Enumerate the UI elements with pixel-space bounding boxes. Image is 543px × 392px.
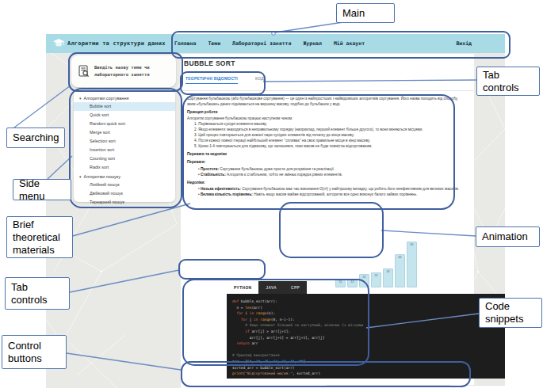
callout-code-snippets: Code snippets xyxy=(479,298,542,328)
code-token: (n): xyxy=(266,311,275,315)
brand-title: Алгоритми та структури даних xyxy=(67,40,166,47)
callout-searching: Searching xyxy=(6,127,65,148)
sidebar-item-insertion-sort[interactable]: Insertion sort xyxy=(74,146,175,154)
sidebar-item-counting-sort[interactable]: Counting sort xyxy=(74,154,175,163)
code-line: arr[j], arr[j+1] = arr[j+1], arr[j] xyxy=(232,335,505,341)
code-token: 64, 34, 25, 12, 22, 11, 90 xyxy=(247,360,303,363)
code-token: bubble_sort(arr): xyxy=(241,299,277,303)
nav-item-Головна[interactable]: Головна xyxy=(174,40,196,47)
theory-steps: 1. Порівнюються сусідні елементи масиву.… xyxy=(187,121,466,149)
sidebar-item-random-quick-sort[interactable]: Random quick sort xyxy=(74,120,175,128)
callout-control-buttons: Control buttons xyxy=(2,335,67,369)
code-token: (arr) xyxy=(251,306,262,310)
sorting-animation-chart[interactable]: 11122225346490 xyxy=(335,240,419,287)
code-token: "Відсортований масив:" xyxy=(245,371,293,375)
chevron-down-icon: ▾ xyxy=(79,174,82,179)
sidebar-item-лінійний-пошук[interactable]: Лінійний пошук xyxy=(74,181,175,189)
code-token: if xyxy=(232,329,251,333)
theory-step: 2. Якщо елементи знаходяться в неправиль… xyxy=(187,127,466,132)
chart-bar: 90 xyxy=(407,242,417,287)
edit-button[interactable]: Редагувати xyxy=(321,385,456,388)
code-tab-cpp[interactable]: CPP xyxy=(284,281,307,294)
bullet-text: Алгоритм є стабільним, тобто не змінює п… xyxy=(227,173,342,177)
chart-bar: 25 xyxy=(371,272,381,287)
callout-searching-text: Searching xyxy=(13,131,59,144)
sidebar-item-merge-sort[interactable]: Merge sort xyxy=(74,128,175,137)
sidebar-item-двійковий-пошук[interactable]: Двійковий пошук xyxy=(74,189,175,198)
code-line: arr = [64, 34, 25, 12, 22, 11, 90] xyxy=(232,359,505,365)
callout-brief-theory-text: Brief theoretical materials xyxy=(13,219,69,257)
sidebar-item-quick-sort[interactable]: Quick sort xyxy=(74,111,175,120)
sidebar-item-bubble-sort[interactable]: Bubble sort xyxy=(74,102,175,111)
nav-item-Журнал[interactable]: Журнал xyxy=(303,40,321,47)
main-content: BUBBLE SORT ТЕОРЕТИЧНІ ВІДОМОСТІКОД Сорт… xyxy=(181,54,474,388)
code-token: in xyxy=(250,311,256,315)
callout-code-snippets-text: Code snippets xyxy=(485,300,538,325)
callout-side-menu: Side menu xyxy=(13,179,71,200)
tab-теоретичні відомості[interactable]: ТЕОРЕТИЧНІ ВІДОМОСТІ xyxy=(185,76,238,84)
graduation-cap-icon xyxy=(53,39,64,48)
delete-button[interactable]: Видалити xyxy=(460,385,505,388)
theory-bullet: • Простота: Сортування бульбашкою дуже п… xyxy=(187,166,466,172)
code-tab-python[interactable]: PYTHON xyxy=(227,281,258,294)
code-token: for xyxy=(232,318,250,322)
connector-main xyxy=(275,22,343,32)
chart-bar: 34 xyxy=(383,268,393,287)
code-token: return xyxy=(232,341,251,345)
bullet-text: Сортування бульбашкою дуже просте для ро… xyxy=(220,167,335,171)
code-token: n = xyxy=(232,306,245,310)
theory-step: 3. Цей процес повторюється для кожної па… xyxy=(187,132,466,138)
callout-tab-controls-top: Tab controls xyxy=(476,67,540,96)
code-token: # Приклад використання xyxy=(232,353,280,357)
code-tab-java[interactable]: JAVA xyxy=(258,281,284,294)
tabs-divider xyxy=(181,90,474,91)
sidebar-item-тернарний-пошук[interactable]: Тернарний пошук xyxy=(74,198,175,207)
theory-principle-intro: Алгоритм сортування бульбашкою працює на… xyxy=(187,116,466,121)
code-line xyxy=(232,347,505,353)
code-token: sorted_arr = xyxy=(232,366,260,370)
figure-canvas: Алгоритми та структури даних ГоловнаТеми… xyxy=(0,0,543,392)
chart-bar-value: 64 xyxy=(396,256,404,259)
callout-animation: Animation xyxy=(476,226,540,247)
code-token: , sorted_arr) xyxy=(293,371,320,375)
tab-код[interactable]: КОД xyxy=(255,76,264,84)
brand[interactable]: Алгоритми та структури даних xyxy=(53,39,166,48)
search-placeholder: Введіть назву теми чи лабораторного заня… xyxy=(94,64,176,78)
code-line: def bubble_sort(arr): xyxy=(232,299,505,305)
callout-tab-controls-top-text: Tab controls xyxy=(483,69,536,94)
theory-step: 4. Після кожної повної ітерації найбільш… xyxy=(187,138,466,143)
logout-link[interactable]: Вихід xyxy=(456,34,472,53)
callout-tab-controls-left: Tab controls xyxy=(5,277,70,310)
sidebar-group-Алгоритми пошуку[interactable]: ▾Алгоритми пошуку xyxy=(74,172,175,181)
theory-cons-label: Недоліки: xyxy=(187,180,466,185)
theory-proscons-heading: Переваги та недоліки xyxy=(187,151,466,157)
sidebar-group-label: Алгоритми сортування xyxy=(84,96,129,101)
sidebar-item-radix-sort[interactable]: Radix sort xyxy=(74,163,175,172)
bullet-term: Простота: xyxy=(201,167,220,171)
code-line: print("Відсортований масив:", sorted_arr… xyxy=(232,371,505,377)
callout-brief-theory: Brief theoretical materials xyxy=(6,216,73,258)
nav-menu: ГоловнаТемиЛабораторні заняттяЖурналМій … xyxy=(174,34,365,53)
app-screenshot: Алгоритми та структури даних ГоловнаТеми… xyxy=(46,34,505,388)
chart-bar-value: 22 xyxy=(360,276,369,279)
callout-control-buttons-text: Control buttons xyxy=(8,340,63,365)
callout-tab-controls-left-text: Tab controls xyxy=(11,281,66,306)
theory-step: 5. Кроки 1-4 повторюються для підмасиву,… xyxy=(187,143,466,149)
theory-pros-label: Переваги: xyxy=(187,159,466,165)
nav-item-Лабораторні заняття[interactable]: Лабораторні заняття xyxy=(232,40,291,47)
search-box[interactable]: Введіть назву теми чи лабораторного заня… xyxy=(71,55,176,87)
sidebar-item-selection-sort[interactable]: Selection sort xyxy=(74,137,175,146)
code-token: arr[j], arr[j+1] = arr[j+1], arr[j] xyxy=(232,336,325,340)
sidebar-group-Алгоритми сортування[interactable]: ▾Алгоритми сортування xyxy=(74,93,175,102)
nav-item-Теми[interactable]: Теми xyxy=(208,40,220,47)
nav-item-Мій акаунт[interactable]: Мій акаунт xyxy=(334,40,365,47)
code-line: sorted_arr = bubble_sort(arr) xyxy=(232,365,505,371)
theory-principle-heading: Принцип роботи xyxy=(187,109,466,115)
callout-side-menu-text: Side menu xyxy=(19,177,67,203)
code-line: # Приклад використання xyxy=(232,352,505,359)
theory-step: 1. Порівнюються сусідні елементи масиву. xyxy=(187,121,466,127)
code-token: arr = [ xyxy=(232,360,247,363)
code-line: for i in range(n): xyxy=(232,310,505,317)
chart-bar: 22 xyxy=(359,274,369,287)
callout-animation-text: Animation xyxy=(482,230,528,243)
